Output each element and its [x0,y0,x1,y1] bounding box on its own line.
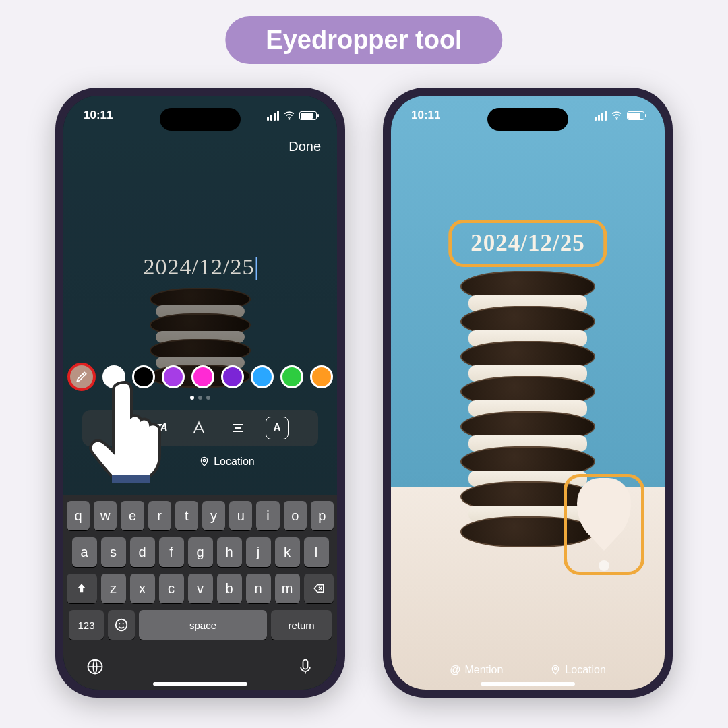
svg-point-10 [555,667,557,669]
key-z[interactable]: z [101,574,126,603]
key-row-4: 123 space return [67,610,334,640]
key-emoji[interactable] [108,610,135,640]
page-title-banner: Eyedropper tool [225,16,502,64]
key-i[interactable]: i [256,501,279,530]
key-q[interactable]: q [67,501,90,530]
key-shift[interactable] [67,574,97,603]
phone-left: 10:11 Done 2024/12/25 [55,88,345,698]
svg-point-6 [123,623,124,624]
svg-point-4 [116,619,127,631]
dynamic-island [487,108,568,131]
key-return[interactable]: return [271,610,332,640]
color-swatch-pink[interactable] [191,365,214,388]
at-icon: @ [450,664,460,676]
tap-hand-cursor [88,372,182,487]
battery-icon [627,111,644,120]
location-pin-icon [550,665,561,675]
svg-rect-8 [303,660,308,669]
date-sticker-highlight: 2024/12/25 [448,220,607,267]
key-c[interactable]: c [159,574,184,603]
svg-point-9 [616,119,617,120]
story-editor-screen: 10:11 Done 2024/12/25 [63,96,337,690]
text-effect-button[interactable] [187,417,210,439]
color-swatch-green[interactable] [280,365,303,388]
eyedropper-icon [75,370,88,384]
wifi-icon [283,109,295,121]
key-b[interactable]: b [217,574,242,603]
key-n[interactable]: n [246,574,271,603]
color-swatch-blue[interactable] [251,365,274,388]
emoji-icon [114,617,129,632]
globe-icon[interactable] [86,657,104,676]
status-time: 10:11 [84,109,113,122]
svg-rect-3 [112,471,150,475]
key-k[interactable]: k [275,537,300,567]
key-123[interactable]: 123 [69,610,104,640]
key-y[interactable]: y [202,501,225,530]
shift-icon [75,582,88,595]
location-pin-icon [199,456,210,467]
dynamic-island [160,108,241,131]
key-a[interactable]: a [72,537,97,567]
key-f[interactable]: f [159,537,184,567]
color-swatch-violet[interactable] [221,365,244,388]
mic-icon[interactable] [296,657,315,676]
key-backspace[interactable] [304,574,334,603]
color-pin-icon[interactable] [577,478,631,539]
story-preview-screen: 10:11 2024/12/25 [391,96,665,690]
key-space[interactable]: space [139,610,267,640]
location-button[interactable]: Location [550,664,606,676]
location-button[interactable]: Location [199,456,255,468]
backspace-icon [311,582,326,595]
key-row-2: a s d f g h j k l [67,537,334,567]
key-e[interactable]: e [121,501,144,530]
key-r[interactable]: r [148,501,171,530]
key-u[interactable]: u [229,501,252,530]
key-p[interactable]: p [311,501,334,530]
key-g[interactable]: g [188,537,213,567]
key-row-1: q w e r t y u i o p [67,501,334,530]
key-t[interactable]: t [175,501,198,530]
key-o[interactable]: o [284,501,307,530]
done-button[interactable]: Done [289,139,321,154]
phone-right: 10:11 2024/12/25 [383,88,673,698]
key-m[interactable]: m [275,574,300,603]
key-d[interactable]: d [130,537,155,567]
eyedropper-result-highlight [564,474,644,575]
bottom-tag-row: @ Mention Location [391,664,665,676]
ios-keyboard: q w e r t y u i o p a s d [63,495,337,690]
align-button[interactable] [226,417,249,439]
cellular-icon [267,111,279,121]
svg-point-0 [289,119,290,120]
status-time: 10:11 [411,109,440,122]
text-bg-button[interactable]: A [266,417,289,439]
home-indicator[interactable] [153,682,247,686]
page-dots [190,396,210,400]
mention-button[interactable]: @ Mention [450,664,503,676]
key-s[interactable]: s [101,537,126,567]
key-v[interactable]: v [188,574,213,603]
key-row-3: z x c v b n m [67,574,334,603]
key-h[interactable]: h [217,537,242,567]
wifi-icon [611,109,623,121]
svg-point-5 [119,623,120,624]
battery-icon [299,111,317,120]
color-swatch-orange[interactable] [310,365,333,388]
key-x[interactable]: x [130,574,155,603]
key-w[interactable]: w [94,501,117,530]
home-indicator[interactable] [481,682,575,686]
svg-point-1 [204,459,206,461]
cellular-icon [595,111,607,121]
text-caret [255,257,257,280]
key-l[interactable]: l [304,537,329,567]
date-sticker[interactable]: 2024/12/25 [471,230,584,257]
pin-handle[interactable] [599,560,609,571]
key-j[interactable]: j [246,537,271,567]
text-sticker[interactable]: 2024/12/25 [144,254,257,280]
